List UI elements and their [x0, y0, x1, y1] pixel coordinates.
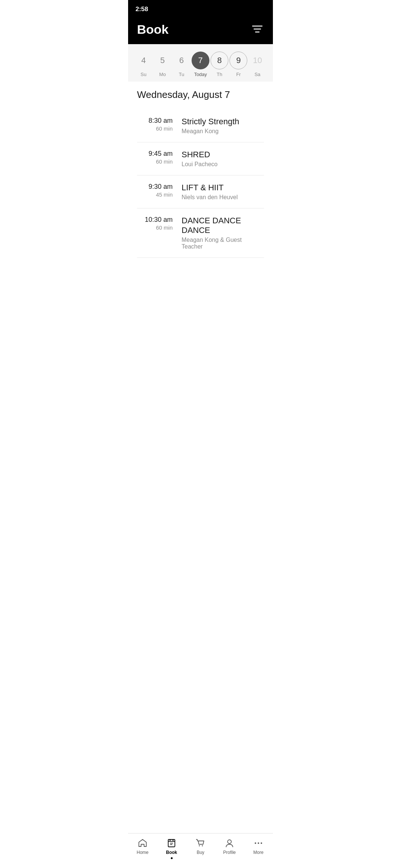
class-duration-1: 60 min: [137, 125, 173, 132]
date-number-9: 9: [229, 52, 247, 69]
class-name-2: SHRED: [182, 150, 264, 160]
date-picker: 4 Su 5 Mo 6 Tu 7 Today 8 Th 9 Fr 10 Sa: [128, 44, 273, 82]
svg-rect-1: [254, 29, 261, 30]
class-duration-3: 45 min: [137, 191, 173, 198]
date-item-10[interactable]: 10 Sa: [248, 52, 266, 77]
class-duration-2: 60 min: [137, 158, 173, 165]
class-start-time-4: 10:30 am: [137, 216, 173, 224]
svg-rect-2: [255, 32, 260, 33]
main-content: Wednesday, August 7 8:30 am 60 min Stric…: [128, 82, 273, 258]
date-day-9: Fr: [236, 72, 241, 77]
class-info-2: SHRED Loui Pacheco: [182, 150, 264, 168]
date-heading: Wednesday, August 7: [137, 89, 264, 101]
date-day-4: Su: [141, 72, 147, 77]
class-instructor-3: Niels van den Heuvel: [182, 194, 264, 201]
class-item-strictly-strength[interactable]: 8:30 am 60 min Strictly Strength Meagan …: [137, 109, 264, 142]
page-title: Book: [137, 22, 169, 37]
status-time: 2:58: [136, 6, 148, 13]
class-time-1: 8:30 am 60 min: [137, 117, 182, 132]
class-instructor-2: Loui Pacheco: [182, 161, 264, 168]
date-day-10: Sa: [254, 72, 260, 77]
app-header: Book: [128, 19, 273, 44]
class-info-4: DANCE DANCE DANCE Meagan Kong & Guest Te…: [182, 216, 264, 250]
class-duration-4: 60 min: [137, 224, 173, 231]
date-item-7[interactable]: 7 Today: [192, 52, 209, 77]
class-instructor-1: Meagan Kong: [182, 128, 264, 135]
class-time-4: 10:30 am 60 min: [137, 216, 182, 231]
class-info-1: Strictly Strength Meagan Kong: [182, 117, 264, 135]
date-item-5[interactable]: 5 Mo: [154, 52, 172, 77]
class-item-dance[interactable]: 10:30 am 60 min DANCE DANCE DANCE Meagan…: [137, 208, 264, 258]
date-number-6: 6: [173, 52, 190, 69]
date-day-5: Mo: [159, 72, 166, 77]
class-start-time-3: 9:30 am: [137, 183, 173, 191]
class-start-time-1: 8:30 am: [137, 117, 173, 125]
class-start-time-2: 9:45 am: [137, 150, 173, 158]
date-item-9[interactable]: 9 Fr: [229, 52, 247, 77]
class-time-2: 9:45 am 60 min: [137, 150, 182, 165]
date-number-8: 8: [211, 52, 228, 69]
class-instructor-4: Meagan Kong & Guest Teacher: [182, 237, 264, 250]
svg-rect-0: [252, 26, 263, 27]
class-list: 8:30 am 60 min Strictly Strength Meagan …: [137, 109, 264, 258]
class-info-3: LIFT & HIIT Niels van den Heuvel: [182, 183, 264, 201]
class-name-3: LIFT & HIIT: [182, 183, 264, 193]
date-item-4[interactable]: 4 Su: [135, 52, 153, 77]
class-name-4: DANCE DANCE DANCE: [182, 216, 264, 235]
date-item-8[interactable]: 8 Th: [211, 52, 228, 77]
filter-button[interactable]: [251, 24, 264, 35]
date-number-7: 7: [192, 52, 209, 69]
date-item-6[interactable]: 6 Tu: [173, 52, 190, 77]
date-day-8: Th: [217, 72, 222, 77]
class-item-shred[interactable]: 9:45 am 60 min SHRED Loui Pacheco: [137, 142, 264, 175]
date-day-7: Today: [194, 72, 207, 77]
filter-icon: [252, 25, 263, 33]
date-number-5: 5: [154, 52, 172, 69]
date-number-4: 4: [135, 52, 153, 69]
class-name-1: Strictly Strength: [182, 117, 264, 126]
date-day-6: Tu: [179, 72, 184, 77]
class-item-lift-hiit[interactable]: 9:30 am 45 min LIFT & HIIT Niels van den…: [137, 175, 264, 208]
status-bar: 2:58: [128, 0, 273, 19]
date-number-10: 10: [248, 52, 266, 69]
class-time-3: 9:30 am 45 min: [137, 183, 182, 198]
